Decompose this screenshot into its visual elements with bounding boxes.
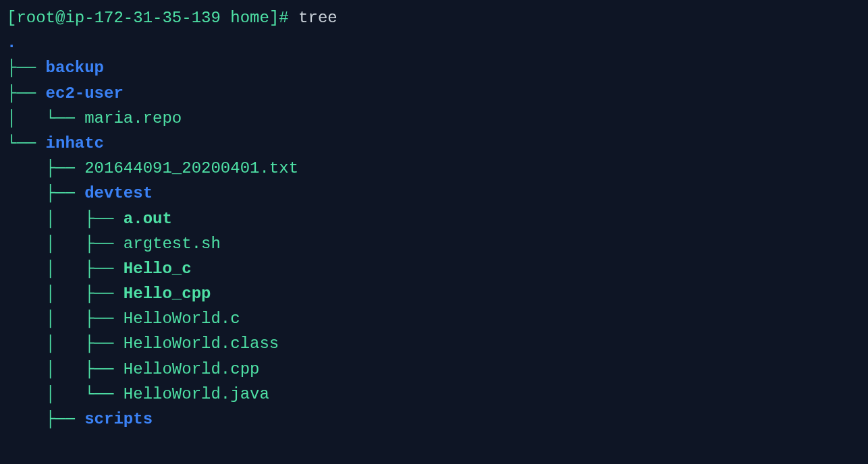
tree-line-txt: ├── 201644091_20200401.txt xyxy=(7,156,861,181)
tree-line-helloworld-class: │ ├── HelloWorld.class xyxy=(7,331,861,356)
exe-a-out: a.out xyxy=(124,210,172,228)
tree-branch-icon: │ ├── xyxy=(7,210,124,228)
tree-branch-icon: │ ├── xyxy=(7,260,124,278)
file-helloworld-java: HelloWorld.java xyxy=(124,385,269,403)
tree-line-helloworld-java: │ └── HelloWorld.java xyxy=(7,382,861,407)
dir-scripts: scripts xyxy=(84,410,153,428)
tree-branch-icon: │ ├── xyxy=(7,360,124,378)
tree-branch-icon: ├── xyxy=(7,59,46,77)
exe-hello-cpp: Hello_cpp xyxy=(124,285,211,303)
file-201644091: 201644091_20200401.txt xyxy=(84,159,298,177)
dir-devtest: devtest xyxy=(84,184,153,202)
tree-line-argtest: │ ├── argtest.sh xyxy=(7,231,861,256)
tree-line-backup: ├── backup xyxy=(7,55,861,80)
prompt-user: root@ip-172-31-35-139 xyxy=(16,9,220,27)
tree-line-a-out: │ ├── a.out xyxy=(7,206,861,231)
file-helloworld-c: HelloWorld.c xyxy=(124,310,240,328)
file-argtest: argtest.sh xyxy=(124,235,221,253)
tree-branch-icon: ├── xyxy=(7,410,84,428)
tree-root-dot: . xyxy=(7,34,16,52)
tree-branch-icon: ├── xyxy=(7,84,46,103)
tree-root: . xyxy=(7,30,861,55)
exe-hello-c: Hello_c xyxy=(124,260,192,278)
command: tree xyxy=(298,9,337,27)
tree-line-helloworld-cpp: │ ├── HelloWorld.cpp xyxy=(7,357,861,382)
dir-backup: backup xyxy=(46,59,104,77)
prompt-line[interactable]: [root@ip-172-31-35-139 home]# tree xyxy=(7,5,861,30)
prompt-space xyxy=(221,9,230,27)
tree-branch-icon: │ ├── xyxy=(7,335,124,353)
dir-inhatc: inhatc xyxy=(46,134,104,152)
tree-line-devtest: ├── devtest xyxy=(7,181,861,206)
tree-line-maria-repo: │ └── maria.repo xyxy=(7,106,861,131)
tree-branch-icon: │ ├── xyxy=(7,235,124,253)
file-helloworld-cpp: HelloWorld.cpp xyxy=(124,360,260,378)
tree-line-scripts: ├── scripts xyxy=(7,407,861,432)
tree-line-hello-c: │ ├── Hello_c xyxy=(7,256,861,281)
prompt-close: ]# xyxy=(269,9,289,27)
tree-line-hello-cpp: │ ├── Hello_cpp xyxy=(7,281,861,306)
tree-branch-icon: │ ├── xyxy=(7,310,124,328)
tree-branch-icon: │ └── xyxy=(7,385,124,403)
tree-branch-icon: │ └── xyxy=(7,109,84,127)
file-maria-repo: maria.repo xyxy=(84,109,182,127)
prompt-open: [ xyxy=(7,9,16,27)
tree-line-ec2-user: ├── ec2-user xyxy=(7,81,861,106)
tree-branch-icon: │ ├── xyxy=(7,285,124,303)
tree-branch-icon: ├── xyxy=(7,184,84,202)
tree-line-helloworld-c: │ ├── HelloWorld.c xyxy=(7,306,861,331)
dir-ec2-user: ec2-user xyxy=(46,84,124,103)
tree-branch-icon: ├── xyxy=(7,159,84,177)
file-helloworld-class: HelloWorld.class xyxy=(124,335,279,353)
tree-line-inhatc: └── inhatc xyxy=(7,131,861,156)
prompt-cwd: home xyxy=(230,9,269,27)
tree-branch-icon: └── xyxy=(7,134,46,152)
